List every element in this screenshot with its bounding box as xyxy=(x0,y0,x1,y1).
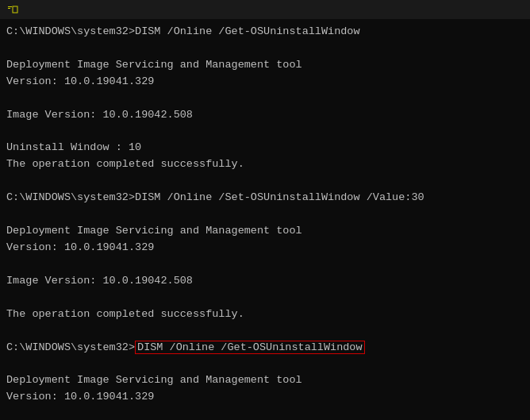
output-line: Deployment Image Servicing and Managemen… xyxy=(6,372,524,389)
command-line: C:\WINDOWS\system32>DISM /Online /Set-OS… xyxy=(6,190,524,206)
blank-line xyxy=(6,91,524,107)
output-line: Version: 10.0.19041.329 xyxy=(6,389,524,406)
svg-rect-2 xyxy=(8,8,10,9)
svg-rect-1 xyxy=(8,6,12,7)
output-line: Version: 10.0.19041.329 xyxy=(6,74,524,91)
highlighted-command: DISM /Online /Get-OSUninstallWindow xyxy=(135,341,365,354)
prompt-text: C:\WINDOWS\system32> xyxy=(6,341,135,353)
output-line: Image Version: 10.0.19042.508 xyxy=(6,273,524,290)
cmd-icon xyxy=(6,3,19,16)
output-line: Deployment Image Servicing and Managemen… xyxy=(6,57,524,74)
output-line: Image Version: 10.0.19042.508 xyxy=(6,107,524,124)
terminal[interactable]: C:\WINDOWS\system32>DISM /Online /Get-OS… xyxy=(0,19,530,420)
command-line-highlighted: C:\WINDOWS\system32>DISM /Online /Get-OS… xyxy=(6,340,524,356)
title-bar xyxy=(0,0,530,19)
output-line: Version: 10.0.19041.329 xyxy=(6,240,524,256)
blank-line xyxy=(6,323,524,340)
output-line: The operation completed successfully. xyxy=(6,156,524,173)
command-line: C:\WINDOWS\system32>DISM /Online /Get-OS… xyxy=(6,24,524,40)
output-line: Uninstall Window : 10 xyxy=(6,140,524,156)
blank-line xyxy=(6,290,524,306)
blank-line xyxy=(6,406,524,420)
blank-line xyxy=(6,124,524,141)
output-line: Deployment Image Servicing and Managemen… xyxy=(6,223,524,240)
blank-line xyxy=(6,256,524,273)
blank-line xyxy=(6,40,524,57)
blank-line xyxy=(6,173,524,190)
output-line: The operation completed successfully. xyxy=(6,306,524,323)
blank-line xyxy=(6,206,524,223)
blank-line xyxy=(6,356,524,372)
